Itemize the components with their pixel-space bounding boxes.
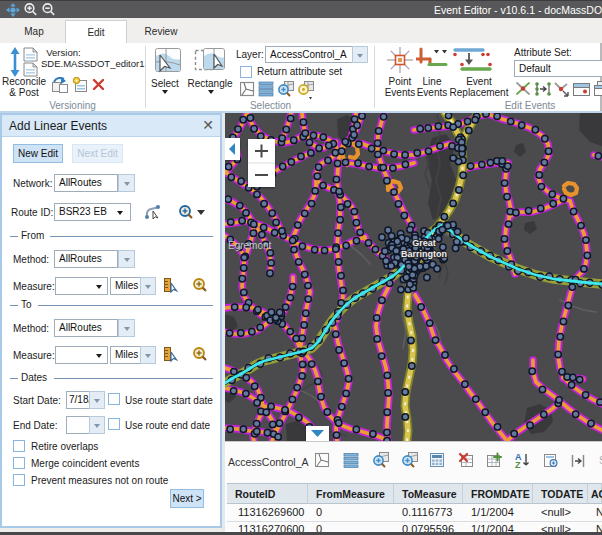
svg-text:Z: Z [515, 460, 521, 470]
svg-text:Egremont: Egremont [228, 240, 272, 251]
svg-text:Barrington: Barrington [401, 249, 447, 259]
svg-text:Great: Great [412, 238, 436, 248]
